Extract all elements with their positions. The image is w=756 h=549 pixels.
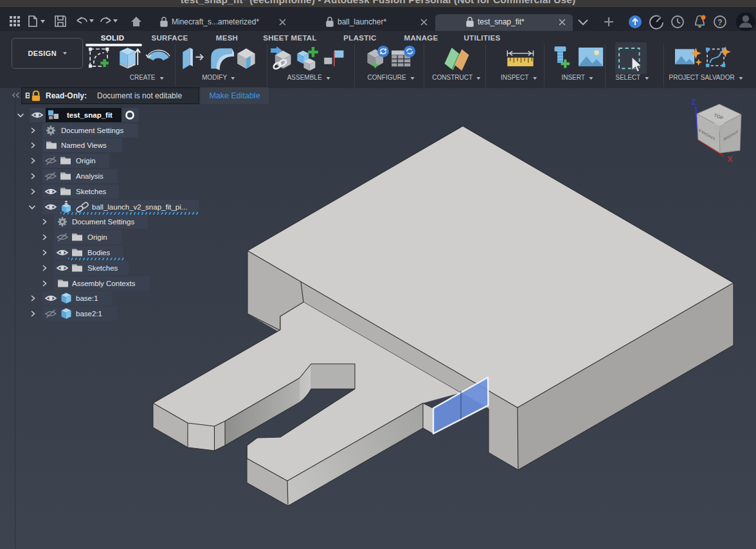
svg-text:X: X (727, 154, 733, 164)
svg-text:?: ? (717, 18, 722, 27)
svg-text:Z: Z (691, 98, 696, 107)
